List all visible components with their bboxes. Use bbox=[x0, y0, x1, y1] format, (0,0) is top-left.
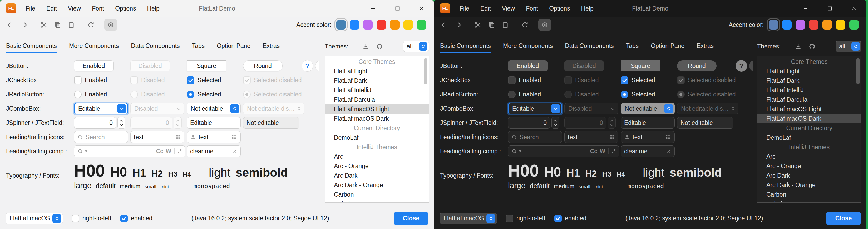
paste-button[interactable] bbox=[65, 19, 78, 31]
textfield-editable[interactable]: Editable bbox=[187, 117, 241, 128]
tab-extras[interactable]: Extras bbox=[696, 39, 714, 53]
theme-item[interactable]: Arc Dark bbox=[325, 171, 429, 180]
combobox-editable[interactable]: Editable bbox=[508, 103, 562, 114]
regex-button[interactable]: .* bbox=[178, 148, 182, 155]
combo-arrow-button[interactable] bbox=[117, 104, 126, 113]
accent-swatch-yellow[interactable] bbox=[403, 20, 413, 30]
scrollbar-thumb[interactable] bbox=[857, 58, 860, 84]
regex-button[interactable]: .* bbox=[612, 148, 616, 155]
theme-item[interactable]: Carbon bbox=[757, 190, 861, 199]
close-window-button[interactable] bbox=[409, 0, 434, 17]
theme-item[interactable]: FlatLaf Light bbox=[325, 66, 429, 76]
maximize-button[interactable] bbox=[385, 0, 409, 17]
round-button[interactable]: Round bbox=[677, 60, 717, 71]
clear-field[interactable]: clear me bbox=[621, 145, 675, 157]
laf-combobox[interactable]: FlatLaf macOS Li… bbox=[5, 213, 63, 224]
combobox-value[interactable]: Not editable bbox=[625, 105, 657, 112]
spinner-buttons[interactable] bbox=[552, 117, 559, 128]
search-field[interactable]: Search bbox=[508, 131, 562, 143]
tab-more-components[interactable]: More Components bbox=[69, 39, 119, 53]
radio-selected[interactable] bbox=[621, 91, 628, 98]
accent-swatch-purple[interactable] bbox=[363, 20, 373, 30]
menu-item-edit[interactable]: Edit bbox=[480, 5, 491, 12]
round-button[interactable]: Round bbox=[243, 60, 283, 71]
combobox-editable[interactable]: Editable bbox=[74, 103, 128, 114]
search-options-field[interactable]: Cc W .* bbox=[74, 145, 185, 157]
tab-option-pane[interactable]: Option Pane bbox=[651, 39, 684, 53]
scrollbar-thumb[interactable] bbox=[424, 58, 427, 84]
accent-swatch-yellow[interactable] bbox=[836, 20, 845, 30]
tab-tabs[interactable]: Tabs bbox=[626, 39, 639, 53]
clear-x-icon[interactable] bbox=[666, 149, 671, 154]
checkbox-selected[interactable] bbox=[187, 77, 194, 84]
calendar-grid-icon[interactable] bbox=[175, 134, 181, 140]
menu-item-help[interactable]: Help bbox=[147, 5, 159, 12]
combobox-value[interactable]: Editable bbox=[78, 105, 100, 112]
menu-item-font[interactable]: Font bbox=[92, 5, 104, 12]
combobox-value[interactable]: Not editable bbox=[191, 105, 223, 112]
theme-item[interactable]: Arc Dark bbox=[757, 171, 861, 180]
textfield-editable[interactable]: Editable bbox=[621, 117, 675, 128]
copy-button[interactable] bbox=[51, 19, 64, 31]
right-to-left-checkbox[interactable] bbox=[72, 215, 79, 222]
filter-value[interactable]: all bbox=[407, 43, 413, 50]
tab-more-components[interactable]: More Components bbox=[503, 39, 553, 53]
theme-item[interactable]: Arc - Orange bbox=[325, 161, 429, 171]
cut-button[interactable] bbox=[37, 19, 50, 31]
calendar-grid-icon[interactable] bbox=[609, 134, 615, 140]
theme-item[interactable]: Arc bbox=[325, 152, 429, 161]
search-dropdown-icon[interactable] bbox=[78, 148, 83, 154]
enabled-checkbox[interactable] bbox=[120, 215, 128, 222]
clear-x-icon[interactable] bbox=[232, 149, 237, 154]
enabled-checkbox[interactable] bbox=[554, 215, 562, 222]
laf-value[interactable]: FlatLaf macOS Li… bbox=[9, 215, 53, 222]
combo-arrow-button[interactable] bbox=[551, 104, 560, 113]
menu-item-help[interactable]: Help bbox=[581, 5, 593, 12]
menu-item-view[interactable]: View bbox=[502, 5, 515, 12]
search-dropdown-icon[interactable] bbox=[512, 148, 517, 154]
textfield-value[interactable]: text bbox=[134, 134, 144, 141]
minimize-button[interactable] bbox=[794, 0, 818, 17]
combobox-not-editable[interactable]: Not editable bbox=[621, 103, 675, 114]
checkbox-selected[interactable] bbox=[621, 77, 628, 84]
close-window-button[interactable] bbox=[842, 0, 866, 17]
textfield-value[interactable]: text bbox=[632, 134, 642, 141]
menu-item-options[interactable]: Options bbox=[549, 5, 570, 12]
theme-item[interactable]: Cobalt 2 bbox=[325, 199, 429, 203]
list-menu-icon[interactable] bbox=[231, 134, 237, 140]
accent-swatch-red[interactable] bbox=[809, 20, 818, 30]
accent-swatch-green[interactable] bbox=[417, 20, 426, 30]
accent-swatch-orange[interactable] bbox=[823, 20, 832, 30]
accent-swatch-default[interactable] bbox=[336, 20, 346, 30]
whole-word-button[interactable]: W bbox=[166, 148, 172, 155]
spinner-value[interactable]: 0 bbox=[74, 117, 116, 128]
spinner[interactable]: 0 bbox=[74, 117, 125, 128]
theme-item[interactable]: FlatLaf macOS Light bbox=[757, 104, 861, 114]
forward-button[interactable] bbox=[18, 19, 30, 31]
paste-button[interactable] bbox=[499, 19, 512, 31]
search-field[interactable]: Search bbox=[74, 131, 128, 143]
laf-value[interactable]: FlatLaf macOS D… bbox=[443, 215, 487, 222]
match-case-button[interactable]: Cc bbox=[590, 148, 597, 155]
match-case-button[interactable]: Cc bbox=[156, 148, 163, 155]
theme-item[interactable]: DemoLaf bbox=[325, 133, 429, 142]
minimize-button[interactable] bbox=[361, 0, 385, 17]
theme-item[interactable]: FlatLaf Darcula bbox=[325, 95, 429, 104]
theme-item[interactable]: FlatLaf Light bbox=[757, 66, 861, 76]
combo-updown-button[interactable] bbox=[851, 42, 860, 51]
spinner[interactable]: 0 bbox=[508, 117, 559, 128]
maximize-button[interactable] bbox=[818, 0, 842, 17]
refresh-button[interactable] bbox=[519, 19, 531, 31]
textfield-value[interactable]: text bbox=[568, 134, 578, 141]
combo-updown-button[interactable] bbox=[53, 214, 61, 223]
copy-button[interactable] bbox=[485, 19, 498, 31]
text-field-user[interactable]: text bbox=[621, 131, 675, 143]
right-to-left-checkbox[interactable] bbox=[506, 215, 513, 222]
theme-item[interactable]: FlatLaf Dark bbox=[325, 76, 429, 85]
back-button[interactable] bbox=[4, 19, 17, 31]
clear-field[interactable]: clear me bbox=[187, 145, 241, 157]
menu-item-file[interactable]: File bbox=[460, 5, 469, 12]
tab-tabs[interactable]: Tabs bbox=[192, 39, 205, 53]
combo-updown-button[interactable] bbox=[487, 214, 495, 223]
menu-item-view[interactable]: View bbox=[68, 5, 81, 12]
